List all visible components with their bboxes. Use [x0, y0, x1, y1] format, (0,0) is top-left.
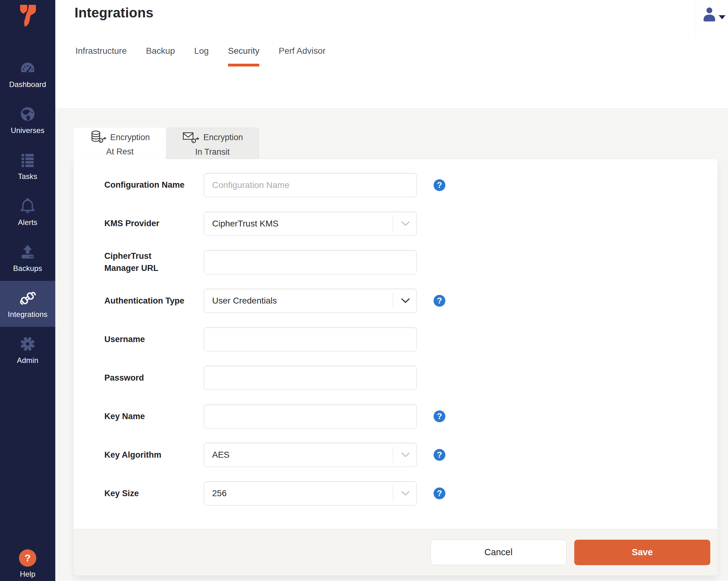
sidebar-nav: Dashboard Universes	[0, 51, 55, 373]
page-title: Integrations	[75, 5, 153, 21]
form-row-authentication-type: Authentication Type User Credentials ?	[104, 288, 718, 313]
authentication-type-select[interactable]: User Credentials	[204, 288, 417, 313]
field-label: Username	[104, 333, 204, 346]
chevron-down-icon	[719, 15, 726, 19]
key-name-input[interactable]	[204, 404, 417, 428]
sidebar-item-integrations[interactable]: Integrations	[0, 281, 55, 327]
sidebar-item-label: Integrations	[8, 310, 48, 319]
alerts-bell-icon	[19, 197, 36, 215]
ciphertrust-manager-url-input[interactable]	[204, 250, 417, 274]
help-icon[interactable]: ?	[434, 487, 445, 499]
field-label: CipherTrust Manager URL	[104, 250, 204, 274]
enc-tab-line2: In Transit	[195, 147, 230, 157]
kms-config-card: Configuration Name ? KMS Provider Cipher…	[74, 159, 718, 575]
enc-tab-line1: Encryption	[110, 133, 150, 142]
sidebar-item-backups[interactable]: Backups	[0, 235, 55, 281]
sidebar-item-admin[interactable]: Admin	[0, 327, 55, 373]
admin-gear-icon	[19, 335, 36, 353]
username-input[interactable]	[204, 327, 417, 351]
encryption-tabs: Encryption At Rest Encryption In Transit	[74, 128, 259, 159]
tab-backup[interactable]: Backup	[146, 46, 175, 67]
cancel-button[interactable]: Cancel	[431, 540, 567, 565]
user-avatar-icon	[703, 7, 716, 22]
help-icon[interactable]: ?	[434, 410, 445, 422]
sidebar-item-tasks[interactable]: Tasks	[0, 143, 55, 189]
field-label: Key Name	[104, 410, 204, 423]
universes-globe-icon	[19, 105, 36, 123]
save-button[interactable]: Save	[574, 540, 710, 565]
chevron-down-icon	[401, 298, 410, 303]
help-icon[interactable]: ?	[434, 295, 445, 307]
header-tabs: Infrastructure Backup Log Security Perf …	[76, 46, 326, 67]
field-label: Authentication Type	[104, 295, 204, 307]
sidebar-item-label: Tasks	[18, 172, 37, 181]
yugabyte-y-logo[interactable]	[0, 4, 55, 28]
tab-perf-advisor[interactable]: Perf Advisor	[279, 46, 326, 67]
form-row-key-algorithm: Key Algorithm AES ?	[104, 443, 718, 467]
envelope-key-icon	[182, 130, 200, 145]
field-label: Key Algorithm	[104, 449, 204, 461]
kms-provider-select[interactable]: CipherTrust KMS	[204, 211, 417, 236]
select-value: 256	[212, 488, 227, 498]
form-row-username: Username	[104, 327, 718, 351]
key-size-select[interactable]: 256	[204, 481, 417, 505]
field-label: Key Size	[104, 487, 204, 500]
header-divider	[696, 0, 696, 37]
key-algorithm-select[interactable]: AES	[204, 443, 417, 467]
sidebar: Dashboard Universes	[0, 0, 55, 581]
tab-log[interactable]: Log	[194, 46, 209, 67]
dashboard-gauge-icon	[19, 59, 36, 77]
tab-encryption-in-transit[interactable]: Encryption In Transit	[166, 128, 259, 159]
help-icon[interactable]: ?	[434, 449, 445, 461]
sidebar-item-alerts[interactable]: Alerts	[0, 189, 55, 235]
sidebar-item-label: Universes	[11, 126, 45, 135]
page-header: Integrations Infrastructure Backup Log S…	[55, 0, 728, 109]
help-icon[interactable]: ?	[434, 179, 445, 191]
select-value: User Credentials	[212, 296, 277, 306]
field-label: Password	[104, 372, 204, 384]
database-key-icon	[90, 130, 106, 145]
backups-upload-icon	[19, 243, 36, 261]
sidebar-item-label: Backups	[13, 264, 42, 273]
form-footer: Cancel Save	[74, 529, 718, 575]
sidebar-item-label: Dashboard	[9, 80, 46, 89]
sidebar-item-label: Alerts	[18, 218, 37, 227]
sidebar-item-dashboard[interactable]: Dashboard	[0, 51, 55, 97]
sidebar-item-universes[interactable]: Universes	[0, 97, 55, 143]
integrations-plug-icon	[19, 289, 36, 307]
content-area: Encryption At Rest Encryption In Transit	[55, 109, 728, 581]
form-row-kms-provider: KMS Provider CipherTrust KMS	[104, 211, 718, 236]
field-label: Configuration Name	[104, 179, 204, 191]
enc-tab-line1: Encryption	[203, 133, 243, 142]
yugabyte-y-logo-glyph	[19, 4, 37, 28]
chevron-down-icon	[401, 221, 410, 226]
user-menu[interactable]	[703, 7, 724, 22]
enc-tab-line2: At Rest	[106, 147, 134, 157]
help-question-icon: ?	[19, 549, 36, 567]
form-row-configuration-name: Configuration Name ?	[104, 173, 718, 197]
sidebar-item-label: Help	[20, 570, 35, 579]
password-input[interactable]	[204, 366, 417, 390]
tab-security[interactable]: Security	[228, 46, 259, 67]
sidebar-item-help[interactable]: ? Help	[0, 549, 55, 579]
configuration-name-input[interactable]	[204, 173, 417, 197]
tasks-list-icon	[19, 151, 36, 169]
tab-infrastructure[interactable]: Infrastructure	[76, 46, 127, 67]
sidebar-item-label: Admin	[17, 356, 38, 365]
select-value: AES	[212, 450, 230, 460]
form-row-key-size: Key Size 256 ?	[104, 481, 718, 505]
kms-config-form: Configuration Name ? KMS Provider Cipher…	[74, 173, 718, 520]
chevron-down-icon	[401, 491, 410, 496]
form-row-password: Password	[104, 366, 718, 390]
select-value: CipherTrust KMS	[212, 219, 279, 229]
form-row-key-name: Key Name ?	[104, 404, 718, 428]
form-row-ciphertrust-manager-url: CipherTrust Manager URL	[104, 250, 718, 274]
chevron-down-icon	[401, 452, 410, 457]
tab-encryption-at-rest[interactable]: Encryption At Rest	[74, 128, 166, 159]
field-label: KMS Provider	[104, 218, 204, 230]
